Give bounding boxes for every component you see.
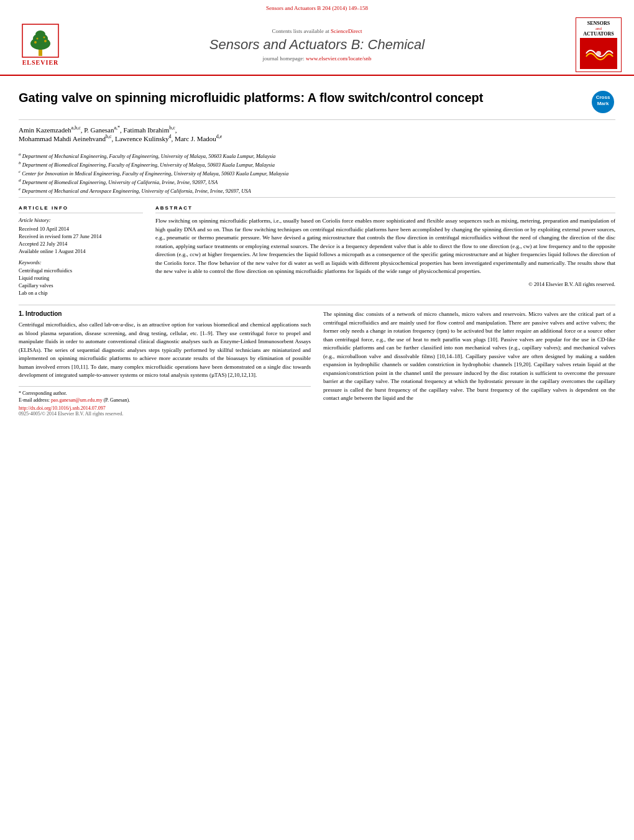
crossmark-logo: Cross Mark [590,90,615,114]
svg-text:Mark: Mark [597,101,609,106]
author2-name: P. Ganesan [84,126,114,134]
sciencedirect-link[interactable]: ScienceDirect [331,28,362,34]
author3-name: Fatimah Ibrahim [124,126,170,134]
volume-text: Sensors and Actuators B 204 (2014) 149–1… [266,5,368,11]
revised-date: Received in revised form 27 June 2014 [19,233,143,239]
sensors-logo-box: SENSORS and ACTUATORS [566,17,622,72]
email-link[interactable]: pao.ganesan@um.edu.my [51,397,103,403]
article-body: 1. Introduction Centrifugal microfluidic… [19,305,615,422]
article-title-section: Gating valve on spinning microfluidic pl… [19,83,615,120]
abstract-text: Flow switching on spinning microfluidic … [155,217,615,276]
body-left-col: 1. Introduction Centrifugal microfluidic… [19,310,311,417]
sensors-and: and [580,26,617,31]
page-wrapper: Sensors and Actuators B 204 (2014) 149–1… [0,0,634,840]
journal-name: Sensors and Actuators B: Chemical [68,37,566,53]
article-history-label: Article history: [19,217,143,223]
author6-sup: d,e [216,134,223,139]
author5-name: Lawrence Kulinsky [115,134,168,142]
keyword-3: Capillary valves [19,282,143,288]
article-info-header: ARTICLE INFO [19,205,143,213]
abstract-header: ABSTRACT [155,205,615,213]
crossmark-icon: Cross Mark [590,90,615,114]
keyword-1: Centrifugal microfluidics [19,267,143,274]
svg-point-7 [44,37,45,39]
article-content: Gating valve on spinning microfluidic pl… [0,76,634,429]
doi-link[interactable]: http://dx.doi.org/10.1016/j.snb.2014.07.… [19,405,106,411]
article-title: Gating valve on spinning microfluidic pl… [19,90,584,106]
journal-header: Sensors and Actuators B 204 (2014) 149–1… [0,0,634,76]
affiliation-b: b Department of Biomedical Engineering, … [19,160,615,168]
affiliation-d: d Department of Biomedical Engineering, … [19,178,615,185]
issn-line: 0925-4005/© 2014 Elsevier B.V. All right… [19,411,311,417]
authors-section: Amin Kazemzadeha,b,c, P. Ganesana,*, Fat… [19,120,615,149]
journal-title-center: Contents lists available at ScienceDirec… [68,28,566,62]
author1-sup: a,b,c [71,125,81,131]
sensors-text1: SENSORS [580,21,617,26]
info-abstract-section: ARTICLE INFO Article history: Received 1… [19,197,615,305]
author6-name: Marc J. Madou [175,134,216,142]
intro-section-title: 1. Introduction [19,310,311,317]
affiliations-section: a Department of Mechanical Engineering, … [19,149,615,197]
corresponding-label: * Corresponding author. [19,390,67,396]
email-label: E-mail address: [19,397,50,403]
affiliation-e: e Department of Mechanical and Aerospace… [19,187,615,194]
author4-sup: b,c [106,134,112,139]
journal-homepage: journal homepage: www.elsevier.com/locat… [68,55,566,62]
elsevier-tree-icon [22,24,59,58]
keywords-label: Keywords: [19,259,143,265]
author3-sup: b,c [169,125,175,131]
sensors-text2: ACTUATORS [580,31,617,37]
sensors-graphic-icon [583,41,614,66]
article-info-col: ARTICLE INFO Article history: Received 1… [19,205,143,297]
body-right-col: The spinning disc consists of a network … [323,310,615,417]
intro-left-paragraph: Centrifugal microfluidics, also called l… [19,321,311,380]
intro-right-paragraph: The spinning disc consists of a network … [323,310,615,403]
author4-name: Mohammad Mahdi Aeinehvand [19,134,106,142]
received-date: Received 10 April 2014 [19,226,143,232]
authors-line: Amin Kazemzadeha,b,c, P. Ganesana,*, Fat… [19,125,615,142]
author5-sup: d [168,134,171,139]
contents-available: Contents lists available at ScienceDirec… [68,28,566,34]
copyright-line: © 2014 Elsevier B.V. All rights reserved… [155,281,615,287]
available-date: Available online 1 August 2014 [19,248,143,254]
svg-text:Cross: Cross [596,95,610,100]
keyword-4: Lab on a chip [19,290,143,296]
journal-volume-info: Sensors and Actuators B 204 (2014) 149–1… [12,5,622,11]
homepage-link[interactable]: www.elsevier.com/locate/snb [306,55,371,62]
accepted-date: Accepted 22 July 2014 [19,241,143,247]
affiliation-a: a Department of Mechanical Engineering, … [19,152,615,159]
corresponding-author-note: * Corresponding author. [19,390,311,396]
keyword-2: Liquid routing [19,275,143,281]
svg-point-5 [44,40,47,42]
header-main: ELSEVIER Contents lists available at Sci… [12,15,622,75]
author2-sup: a,* [114,125,121,131]
abstract-col: ABSTRACT Flow switching on spinning micr… [155,205,615,297]
author1-name: Amin Kazemzadeh [19,126,71,134]
doi-line: http://dx.doi.org/10.1016/j.snb.2014.07.… [19,405,311,411]
sensors-logo: SENSORS and ACTUATORS [576,17,622,72]
email-note: E-mail address: pao.ganesan@um.edu.my (P… [19,397,311,403]
svg-point-4 [34,41,37,44]
affiliation-c: c Center for Innovation in Medical Engin… [19,169,615,177]
svg-point-6 [37,38,39,40]
elsevier-label: ELSEVIER [22,59,59,66]
sensors-logo-image [580,38,617,69]
elsevier-logo: ELSEVIER [12,24,68,66]
email-author-name: (P. Ganesan). [104,397,130,403]
footnote-section: * Corresponding author. E-mail address: … [19,386,311,417]
svg-point-9 [596,51,601,56]
